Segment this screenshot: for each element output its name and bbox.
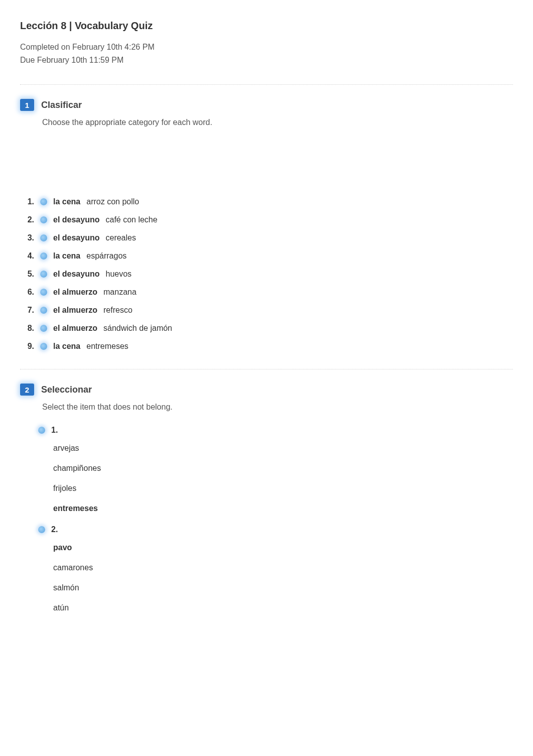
section-desc: Select the item that does not belong. xyxy=(42,403,513,412)
answer-option[interactable]: atún xyxy=(53,603,513,612)
vocab-word: café con leche xyxy=(105,215,157,224)
answer-number: 8. xyxy=(24,324,34,333)
selected-category: el desayuno xyxy=(53,270,99,279)
answer-row: 3.el desayunocereales xyxy=(24,233,513,242)
answer-option[interactable]: entremeses xyxy=(53,504,513,513)
answer-row: 8.el almuerzosándwich de jamón xyxy=(24,324,513,333)
page-title: Lección 8 | Vocabulary Quiz xyxy=(20,20,513,32)
selected-category: el almuerzo xyxy=(53,324,97,333)
divider xyxy=(20,369,513,369)
section-title: Clasificar xyxy=(41,100,82,110)
section-head-1: 1 Clasificar xyxy=(20,99,513,111)
status-dot-icon xyxy=(40,343,47,350)
selected-category: el desayuno xyxy=(53,215,99,224)
status-dot-icon xyxy=(40,234,47,241)
status-dot-icon xyxy=(40,271,47,278)
status-dot-icon xyxy=(40,216,47,223)
status-dot-icon xyxy=(40,198,47,205)
vocab-word: refresco xyxy=(103,306,132,315)
answer-number: 1. xyxy=(24,197,34,206)
due-line: Due February 10th 11:59 PM xyxy=(20,54,513,67)
answer-row: 5.el desayunohuevos xyxy=(24,270,513,279)
selected-category: la cena xyxy=(53,197,80,206)
answer-row: 7.el almuerzorefresco xyxy=(24,306,513,315)
answer-number: 7. xyxy=(24,306,34,315)
answer-row: 2.el desayunocafé con leche xyxy=(24,215,513,224)
answer-row: 6.el almuerzomanzana xyxy=(24,288,513,297)
answer-number: 3. xyxy=(24,233,34,242)
question-head: 2. xyxy=(38,525,513,534)
status-dot-icon xyxy=(40,307,47,314)
answer-option[interactable]: arvejas xyxy=(53,444,513,453)
section-number-badge: 1 xyxy=(20,99,34,111)
section-clasificar: 1 Clasificar Choose the appropriate cate… xyxy=(20,99,513,351)
vocab-word: entremeses xyxy=(86,342,128,351)
quiz-header: Lección 8 | Vocabulary Quiz Completed on… xyxy=(20,20,513,66)
section-seleccionar: 2 Seleccionar Select the item that does … xyxy=(20,384,513,612)
section-number-badge: 2 xyxy=(20,384,34,396)
vocab-word: sándwich de jamón xyxy=(103,324,172,333)
selected-category: la cena xyxy=(53,342,80,351)
vocab-word: manzana xyxy=(103,288,137,297)
section-head-2: 2 Seleccionar xyxy=(20,384,513,396)
vocab-word: arroz con pollo xyxy=(86,197,139,206)
question-number: 2. xyxy=(51,525,58,534)
status-dot-icon xyxy=(40,325,47,332)
selected-category: el desayuno xyxy=(53,233,99,242)
selected-category: el almuerzo xyxy=(53,306,97,315)
answer-option[interactable]: pavo xyxy=(53,543,513,552)
clasificar-answer-list: 1.la cenaarroz con pollo2.el desayunocaf… xyxy=(24,197,513,351)
vocab-word: espárragos xyxy=(86,251,126,261)
answer-number: 9. xyxy=(24,342,34,351)
selected-category: la cena xyxy=(53,251,80,261)
answer-number: 2. xyxy=(24,215,34,224)
answer-option[interactable]: champiñones xyxy=(53,464,513,473)
answer-row: 1.la cenaarroz con pollo xyxy=(24,197,513,206)
answer-row: 4.la cenaespárragos xyxy=(24,251,513,261)
answer-option[interactable]: camarones xyxy=(53,563,513,572)
answer-row: 9.la cenaentremeses xyxy=(24,342,513,351)
section-desc: Choose the appropriate category for each… xyxy=(42,118,513,127)
answer-option[interactable]: salmón xyxy=(53,583,513,592)
status-dot-icon xyxy=(38,526,45,533)
answer-option[interactable]: frijoles xyxy=(53,484,513,493)
completed-line: Completed on February 10th 4:26 PM xyxy=(20,41,513,54)
selected-category: el almuerzo xyxy=(53,288,97,297)
section-title: Seleccionar xyxy=(41,385,92,395)
vocab-word: huevos xyxy=(105,270,131,279)
vocab-word: cereales xyxy=(105,233,136,242)
status-dot-icon xyxy=(40,253,47,260)
status-dot-icon xyxy=(38,427,45,434)
question-block: 2.pavocamaronessalmónatún xyxy=(38,525,513,612)
divider xyxy=(20,84,513,85)
seleccionar-question-list: 1.arvejaschampiñonesfrijolesentremeses2.… xyxy=(38,426,513,612)
question-head: 1. xyxy=(38,426,513,435)
answer-number: 4. xyxy=(24,251,34,261)
answer-number: 5. xyxy=(24,270,34,279)
question-block: 1.arvejaschampiñonesfrijolesentremeses xyxy=(38,426,513,513)
status-dot-icon xyxy=(40,289,47,296)
answer-number: 6. xyxy=(24,288,34,297)
question-number: 1. xyxy=(51,426,58,435)
